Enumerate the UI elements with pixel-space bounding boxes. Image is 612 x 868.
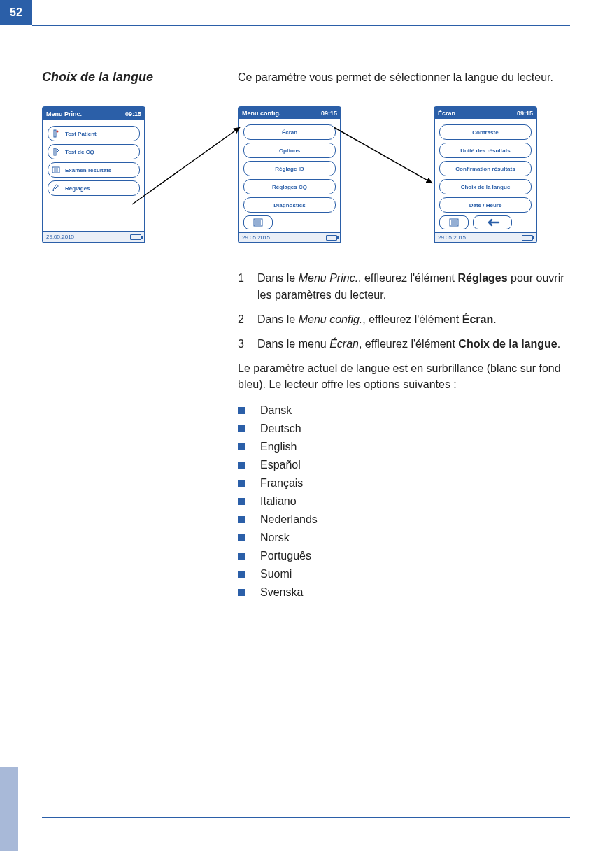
menu-label: Choix de la langue [461,184,511,190]
menu-item-test-cq[interactable]: Test de CQ [48,144,140,159]
menu-label: Diagnostics [273,202,305,208]
menu-item-test-patient[interactable]: Test Patient [48,126,140,141]
menu-item-diagnostics[interactable]: Diagnostics [243,197,336,213]
list-item: English [238,441,570,453]
list-scroll-icon [253,218,263,227]
battery-icon [522,235,533,241]
bullet-icon [238,516,245,523]
wrench-icon [51,183,61,193]
screen1-date: 29.05.2015 [46,234,74,240]
list-scroll-icon [449,218,459,227]
bullet-icon [238,571,245,578]
list-item: Dansk [238,404,570,417]
menu-label: Réglages [65,185,90,192]
menu-item-confirmation[interactable]: Confirmation résultats [439,161,532,176]
dropper-icon [51,147,61,157]
screen2-date: 29.05.2015 [242,234,270,241]
paragraph: Le paramètre actuel de langue est en sur… [238,360,570,392]
bullet-icon [238,480,245,487]
menu-item-exam-results[interactable]: Examen résultats [48,162,140,178]
list-item: Italiano [238,495,570,508]
list-icon [51,165,61,175]
svg-point-1 [57,131,59,133]
screen3-date: 29.05.2015 [438,234,466,241]
bullet-icon [238,462,245,469]
strip-icon [51,129,61,138]
bullet-icon [238,553,245,560]
menu-label: Unité des résultats [460,148,511,154]
bullet-icon [238,534,245,541]
list-item: Svenska [238,586,570,599]
device-screen-config: Menu config. 09:15 Écran Options Réglage… [238,106,341,243]
bottom-divider [42,817,570,818]
bullet-icon [238,425,245,432]
list-item: Norsk [238,532,570,544]
list-item: Português [238,550,570,562]
menu-item-options[interactable]: Options [243,143,336,158]
menu-label: Confirmation résultats [455,166,515,172]
screen2-title: Menu config. [242,110,321,117]
menu-label: Écran [282,129,297,136]
menu-label: Date / Heure [469,202,502,208]
step-text: Dans le Menu Princ., effleurez l'élément… [257,270,570,302]
menu-item-unite[interactable]: Unité des résultats [439,143,532,158]
device-screen-main: Menu Princ. 09:15 Test Patient Test de C… [42,106,145,243]
top-divider [32,25,570,26]
svg-line-15 [132,127,240,204]
step-number: 3 [238,336,257,352]
screen3-time: 09:15 [517,110,533,117]
section-title: Choix de la langue [42,70,238,85]
list-item: Français [238,477,570,490]
menu-label: Test Patient [65,131,97,137]
side-tab [0,767,18,851]
svg-rect-0 [54,130,56,137]
back-button[interactable] [473,215,512,229]
menu-item-date-heure[interactable]: Date / Heure [439,197,532,213]
scroll-button[interactable] [243,215,273,229]
page-number: 52 [0,0,32,25]
screen1-time: 09:15 [125,111,141,118]
bullet-icon [238,498,245,505]
step-text: Dans le menu Écran, effleurez l'élément … [257,336,570,352]
step-number: 1 [238,270,257,302]
list-item: Deutsch [238,422,570,435]
battery-icon [326,235,337,241]
step-number: 2 [238,311,257,327]
menu-item-settings[interactable]: Réglages [48,180,140,196]
screen2-time: 09:15 [321,110,337,117]
intro-paragraph: Ce paramètre vous permet de sélectionner… [238,70,570,85]
step-text: Dans le Menu config., effleurez l'élémen… [257,311,570,327]
menu-item-choix-langue[interactable]: Choix de la langue [439,179,532,194]
menu-item-contraste[interactable]: Contraste [439,124,532,140]
back-arrow-icon [485,218,500,227]
menu-item-ecran[interactable]: Écran [243,124,336,140]
list-item: Nederlands [238,513,570,526]
list-item: Suomi [238,568,570,581]
screen3-title: Écran [438,110,517,117]
device-screen-ecran: Écran 09:15 Contraste Unité des résultat… [434,106,537,243]
menu-item-reglage-id[interactable]: Réglage ID [243,161,336,176]
menu-label: Test de CQ [65,149,94,155]
svg-line-16 [334,127,432,183]
menu-label: Réglages CQ [272,184,307,190]
battery-icon [130,234,141,240]
screen1-title: Menu Princ. [46,111,125,118]
bullet-icon [238,407,245,414]
bullet-icon [238,443,245,450]
list-item: Español [238,459,570,471]
menu-label: Contraste [472,129,498,136]
menu-label: Réglage ID [275,166,304,172]
bullet-icon [238,589,245,596]
scroll-button[interactable] [439,215,469,229]
menu-item-reglages-cq[interactable]: Réglages CQ [243,179,336,194]
menu-label: Examen résultats [65,167,111,173]
menu-label: Options [279,148,300,154]
svg-rect-2 [54,148,56,155]
